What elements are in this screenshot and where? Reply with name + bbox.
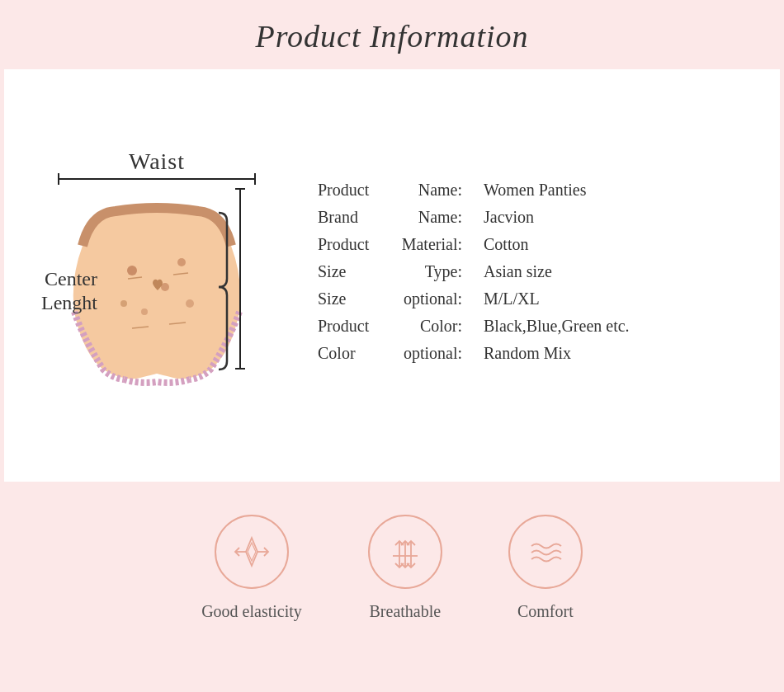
elasticity-icon-circle bbox=[215, 515, 289, 589]
feature-comfort: Comfort bbox=[508, 515, 583, 621]
info-row: Brand Name: Jacvion bbox=[318, 208, 760, 227]
info-row: Size optional: M/L/XL bbox=[318, 290, 760, 308]
info-label1: Product bbox=[318, 235, 384, 254]
info-label2: Color: bbox=[384, 317, 470, 336]
elasticity-icon bbox=[231, 531, 272, 572]
svg-point-6 bbox=[186, 299, 194, 308]
info-row: Product Name: Women Panties bbox=[318, 181, 760, 200]
svg-point-3 bbox=[141, 308, 148, 315]
info-row: Product Color: Black,Blue,Green etc. bbox=[318, 317, 760, 336]
breathable-icon-circle bbox=[368, 515, 442, 589]
breathable-icon bbox=[385, 531, 426, 572]
center-line bbox=[239, 188, 241, 370]
info-label1: Product bbox=[318, 317, 384, 336]
svg-point-4 bbox=[177, 258, 186, 266]
info-value: Jacvion bbox=[484, 208, 534, 227]
info-label1: Product bbox=[318, 181, 384, 200]
info-value: Random Mix bbox=[484, 344, 571, 363]
garment-area: Center Lenght bbox=[50, 180, 264, 402]
info-label2: Material: bbox=[384, 235, 470, 254]
comfort-icon bbox=[525, 531, 566, 572]
right-panel: Product Name: Women Panties Brand Name: … bbox=[309, 69, 780, 482]
info-label1: Brand bbox=[318, 208, 384, 227]
bottom-section: Good elasticity bbox=[4, 482, 780, 692]
info-value: Asian size bbox=[484, 262, 552, 281]
comfort-label: Comfort bbox=[517, 602, 574, 621]
feature-breathable: Breathable bbox=[368, 515, 442, 621]
info-value: Women Panties bbox=[484, 181, 586, 200]
features-row: Good elasticity bbox=[201, 515, 583, 621]
svg-point-5 bbox=[120, 300, 127, 307]
svg-point-1 bbox=[127, 266, 137, 275]
info-value: M/L/XL bbox=[484, 290, 540, 308]
info-value: Cotton bbox=[484, 235, 528, 254]
info-rows-container: Product Name: Women Panties Brand Name: … bbox=[318, 181, 760, 371]
info-label2: Name: bbox=[384, 181, 470, 200]
page-wrapper: Product Information Waist Center Lenght bbox=[0, 0, 784, 692]
comfort-icon-circle bbox=[508, 515, 583, 589]
waist-label: Waist bbox=[129, 148, 185, 174]
main-content: Waist Center Lenght bbox=[4, 69, 780, 482]
header: Product Information bbox=[0, 0, 784, 69]
info-label1: Size bbox=[318, 262, 384, 281]
breathable-label: Breathable bbox=[370, 602, 442, 621]
info-label2: Name: bbox=[384, 208, 470, 227]
info-label1: Size bbox=[318, 290, 384, 308]
feature-elasticity: Good elasticity bbox=[201, 515, 302, 621]
info-label2: optional: bbox=[384, 344, 470, 363]
info-label1: Color bbox=[318, 344, 384, 363]
elasticity-label: Good elasticity bbox=[201, 602, 302, 621]
info-row: Color optional: Random Mix bbox=[318, 344, 760, 363]
left-panel: Waist Center Lenght bbox=[4, 69, 309, 482]
info-label2: optional: bbox=[384, 290, 470, 308]
info-value: Black,Blue,Green etc. bbox=[484, 317, 630, 336]
info-label2: Type: bbox=[384, 262, 470, 281]
center-length-label: Center Lenght bbox=[41, 267, 97, 315]
info-row: Product Material: Cotton bbox=[318, 235, 760, 254]
info-row: Size Type: Asian size bbox=[318, 262, 760, 281]
page-title: Product Information bbox=[255, 19, 528, 54]
